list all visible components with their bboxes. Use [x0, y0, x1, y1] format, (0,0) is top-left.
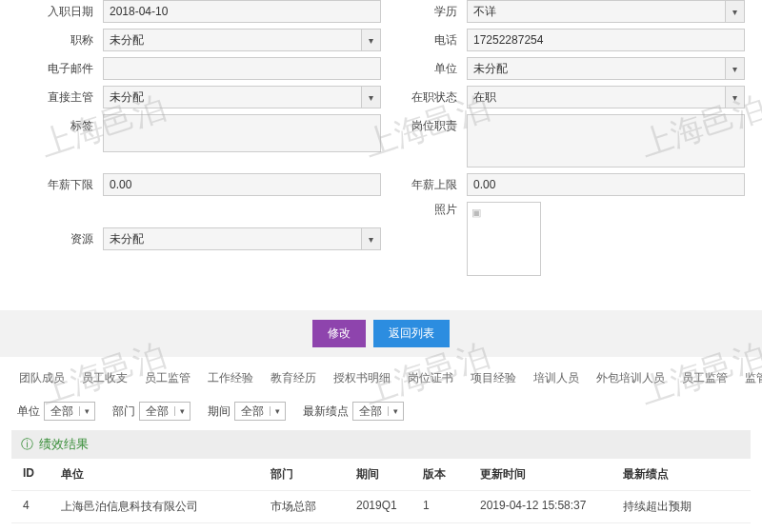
filter-latest-pt-label: 最新绩点: [303, 404, 349, 420]
title-dropdown-icon[interactable]: ▾: [362, 29, 381, 51]
filter-dept-value: 全部: [140, 404, 174, 420]
tab-project-exp[interactable]: 项目经验: [469, 366, 518, 392]
chevron-down-icon[interactable]: ▾: [270, 406, 285, 416]
filter-latest-pt-select[interactable]: 全部 ▾: [352, 402, 404, 421]
filter-latest-pt-value: 全部: [353, 404, 388, 420]
label-title: 职称: [17, 32, 103, 49]
filter-dept-select[interactable]: 全部 ▾: [139, 402, 190, 421]
resource-select[interactable]: [103, 227, 362, 250]
filter-bar: 单位 全部 ▾ 部门 全部 ▾ 期间 全部 ▾ 最新绩点 全部 ▾: [0, 396, 762, 426]
filter-unit-label: 单位: [17, 404, 40, 420]
label-education: 学历: [381, 4, 467, 20]
label-phone: 电话: [381, 32, 467, 49]
col-dept: 部门: [271, 466, 356, 483]
tab-team-members[interactable]: 团队成员: [17, 366, 67, 392]
filter-period-label: 期间: [208, 404, 231, 420]
employee-form: 入职日期 学历 ▾ 职称 ▾ 电话 电子邮件: [0, 0, 762, 291]
hire-date-input[interactable]: [103, 0, 381, 23]
education-dropdown-icon[interactable]: ▾: [726, 0, 745, 23]
label-hire-date: 入职日期: [17, 4, 103, 20]
label-tags: 标签: [17, 114, 103, 134]
filter-unit-value: 全部: [45, 404, 79, 420]
label-resource: 资源: [17, 231, 103, 247]
section-title: 绩效结果: [39, 436, 89, 453]
cell-upd: 2019-04-12 15:58:37: [480, 499, 623, 515]
cell-id: 4: [23, 499, 61, 515]
filter-dept-label: 部门: [112, 404, 135, 420]
label-manager: 直接主管: [17, 89, 103, 106]
tags-input[interactable]: [103, 114, 381, 152]
chevron-down-icon[interactable]: ▾: [79, 406, 94, 416]
back-button[interactable]: 返回列表: [373, 320, 450, 347]
table-header: ID 单位 部门 期间 版本 更新时间 最新绩点: [11, 459, 751, 491]
filter-period-value: 全部: [235, 404, 270, 420]
phone-input[interactable]: [467, 29, 745, 51]
status-select[interactable]: [467, 86, 726, 108]
col-ver: 版本: [423, 466, 480, 483]
tab-trainees[interactable]: 培训人员: [531, 366, 581, 392]
image-placeholder-icon: ▣: [471, 207, 481, 219]
info-icon: ⓘ: [21, 436, 33, 453]
resource-dropdown-icon[interactable]: ▾: [362, 227, 381, 250]
cell-ver: 1: [423, 499, 480, 515]
tab-education[interactable]: 教育经历: [269, 366, 318, 392]
section-header: ⓘ 绩效结果: [11, 430, 751, 459]
filter-unit-select[interactable]: 全部 ▾: [44, 402, 95, 421]
tab-cert[interactable]: 岗位证书: [406, 366, 455, 392]
tab-auth-detail[interactable]: 授权书明细: [331, 366, 392, 392]
salary-high-input[interactable]: [467, 173, 745, 196]
tab-emp-payments[interactable]: 员工收支: [80, 366, 130, 392]
label-status: 在职状态: [381, 89, 467, 106]
status-dropdown-icon[interactable]: ▾: [726, 86, 745, 108]
col-unit: 单位: [61, 466, 271, 483]
cell-period: 2019Q1: [356, 499, 423, 515]
chevron-down-icon[interactable]: ▾: [388, 406, 403, 416]
tab-supervisors[interactable]: 监管人员: [743, 366, 762, 392]
label-salary-high: 年薪上限: [381, 177, 467, 193]
edit-button[interactable]: 修改: [312, 320, 366, 347]
col-upd: 更新时间: [480, 466, 623, 483]
cell-dept: 市场总部: [271, 499, 356, 515]
label-email: 电子邮件: [17, 61, 103, 77]
tabs-bar: 团队成员 员工收支 员工监管 工作经验 教育经历 授权书明细 岗位证书 项目经验…: [0, 357, 762, 396]
label-duties: 岗位职责: [381, 114, 467, 134]
col-pt: 最新绩点: [623, 466, 739, 483]
title-select[interactable]: [103, 29, 362, 51]
table-row[interactable]: 4 上海邑泊信息科技有限公司 市场总部 2019Q1 1 2019-04-12 …: [11, 491, 751, 523]
tab-outsource-trainees[interactable]: 外包培训人员: [594, 366, 667, 392]
tab-emp-supervise-2[interactable]: 员工监管: [680, 366, 730, 392]
label-unit: 单位: [381, 61, 467, 77]
unit-select[interactable]: [467, 57, 726, 80]
manager-dropdown-icon[interactable]: ▾: [362, 86, 381, 108]
photo-upload[interactable]: ▣: [467, 202, 541, 276]
manager-select[interactable]: [103, 86, 362, 108]
salary-low-input[interactable]: [103, 173, 381, 196]
label-photo: 照片: [381, 202, 467, 218]
cell-unit: 上海邑泊信息科技有限公司: [61, 499, 271, 515]
col-period: 期间: [356, 466, 423, 483]
filter-period-select[interactable]: 全部 ▾: [234, 402, 286, 421]
email-input[interactable]: [103, 57, 381, 80]
tab-emp-supervise[interactable]: 员工监管: [143, 366, 192, 392]
chevron-down-icon[interactable]: ▾: [174, 406, 190, 416]
duties-input[interactable]: [467, 114, 745, 167]
education-select[interactable]: [467, 0, 726, 23]
col-id: ID: [23, 466, 61, 483]
unit-dropdown-icon[interactable]: ▾: [726, 57, 745, 80]
action-bar: 修改 返回列表: [0, 310, 762, 357]
label-salary-low: 年薪下限: [17, 177, 103, 193]
tab-work-exp[interactable]: 工作经验: [206, 366, 255, 392]
cell-pt: 持续超出预期: [623, 499, 739, 515]
